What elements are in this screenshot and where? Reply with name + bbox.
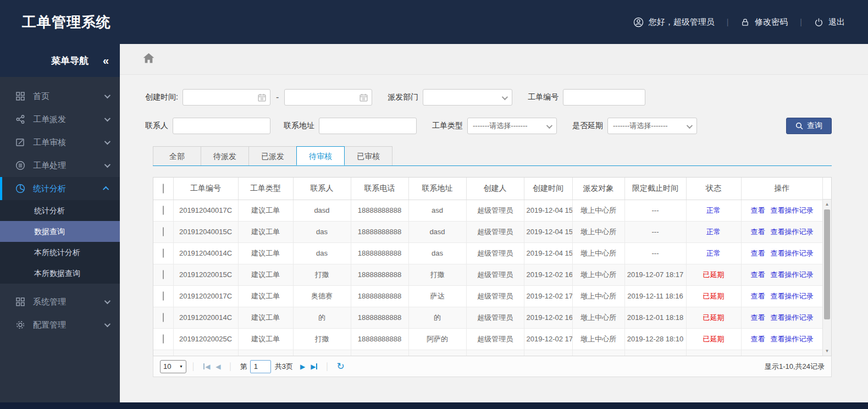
cell-order-type: 建议工单 bbox=[238, 242, 293, 264]
table-row: 201912040015C 建议工单 das 18888888888 dasd … bbox=[153, 221, 823, 242]
cell-deadline: --- bbox=[624, 242, 686, 264]
process-icon bbox=[15, 161, 25, 170]
tab-pending-dispatch[interactable]: 待派发 bbox=[201, 146, 249, 165]
sidebar-item-label: 工单处理 bbox=[33, 161, 66, 171]
created-time-start-input[interactable] bbox=[183, 89, 270, 106]
page-label: 第 bbox=[240, 362, 247, 372]
status-badge: 已延期 bbox=[686, 328, 741, 350]
cell-order-type: 建议工单 bbox=[238, 264, 293, 285]
cell-creator: 超级管理员 bbox=[466, 307, 524, 328]
sidebar-item-system[interactable]: 系统管理 bbox=[0, 290, 120, 313]
cell-order-id: 201912040017C bbox=[173, 200, 238, 221]
sidebar-item-config[interactable]: 配置管理 bbox=[0, 313, 120, 336]
order-no-label: 工单编号 bbox=[528, 92, 559, 102]
tab-reviewed[interactable]: 已审核 bbox=[344, 146, 392, 165]
row-checkbox[interactable] bbox=[163, 334, 164, 344]
table-header: 工单编号 工单类型 联系人 联系电话 联系地址 创建人 创建时间 派发对象 限定… bbox=[153, 178, 823, 200]
view-link[interactable]: 查看 bbox=[751, 270, 765, 279]
sidebar-item-dispatch[interactable]: 工单派发 bbox=[0, 108, 120, 131]
pager-divider: │ bbox=[229, 362, 233, 371]
next-page-button[interactable]: ▶ bbox=[300, 363, 305, 371]
sidebar-item-statistics[interactable]: 统计分析 bbox=[0, 177, 120, 200]
row-checkbox[interactable] bbox=[163, 313, 164, 322]
view-log-link[interactable]: 查看操作记录 bbox=[771, 335, 814, 343]
search-button[interactable]: 查询 bbox=[786, 118, 832, 134]
sidebar-item-home[interactable]: 首页 bbox=[0, 85, 120, 108]
scrollbar-thumb[interactable] bbox=[824, 209, 830, 319]
scroll-down-arrow[interactable]: ▼ bbox=[823, 349, 831, 353]
pager-divider: │ bbox=[191, 362, 196, 371]
view-link[interactable]: 查看 bbox=[751, 335, 765, 343]
row-checkbox[interactable] bbox=[163, 291, 164, 301]
sidebar-collapse-icon[interactable]: « bbox=[103, 54, 108, 67]
gear-icon bbox=[15, 320, 25, 330]
cell-contact: das bbox=[293, 221, 351, 242]
tab-dispatched[interactable]: 已派发 bbox=[248, 146, 297, 165]
view-log-link[interactable]: 查看操作记录 bbox=[771, 249, 814, 257]
filter-panel: 创建时间: - 派发部门 bbox=[120, 75, 868, 134]
view-link[interactable]: 查看 bbox=[751, 313, 765, 322]
breadcrumb bbox=[120, 44, 868, 75]
row-checkbox[interactable] bbox=[163, 270, 164, 279]
share-icon bbox=[15, 114, 25, 124]
submenu-item-data-query[interactable]: 数据查询 bbox=[0, 221, 120, 242]
lock-icon bbox=[740, 18, 750, 27]
tab-pending-review[interactable]: 待审核 bbox=[296, 146, 345, 165]
view-link[interactable]: 查看 bbox=[751, 249, 765, 257]
cell-contact: das bbox=[293, 242, 351, 264]
created-time-end-input[interactable] bbox=[284, 89, 372, 106]
view-link[interactable]: 查看 bbox=[751, 206, 765, 214]
page-number-input[interactable] bbox=[250, 360, 271, 373]
cell-phone: 18888888888 bbox=[351, 264, 408, 285]
record-summary: 显示1-10,共24记录 bbox=[765, 362, 825, 372]
view-log-link[interactable]: 查看操作记录 bbox=[771, 228, 814, 236]
contact-input[interactable] bbox=[173, 118, 270, 134]
submenu-item-office-data-query[interactable]: 本所数据查询 bbox=[0, 263, 120, 284]
tab-all[interactable]: 全部 bbox=[153, 146, 201, 165]
order-type-select[interactable]: -------请选择------- bbox=[467, 118, 557, 134]
view-log-link[interactable]: 查看操作记录 bbox=[771, 292, 814, 300]
sidebar-item-review[interactable]: 工单审核 bbox=[0, 131, 120, 154]
row-checkbox[interactable] bbox=[163, 356, 164, 356]
home-icon[interactable] bbox=[143, 53, 154, 66]
sidebar-title: 菜单导航 bbox=[51, 54, 89, 67]
cell-deadline: 2018-12-01 18:18 bbox=[624, 307, 686, 328]
row-checkbox[interactable] bbox=[163, 227, 164, 236]
view-log-link[interactable]: 查看操作记录 bbox=[771, 206, 814, 214]
table-scrollbar[interactable]: ▲ ▼ bbox=[822, 200, 831, 356]
row-checkbox[interactable] bbox=[163, 206, 164, 215]
calendar-icon bbox=[360, 93, 368, 102]
chevron-down-icon bbox=[104, 298, 110, 304]
cell-dispatch-target: 墩上中心所 bbox=[572, 285, 624, 307]
first-page-button[interactable]: ◀ bbox=[203, 363, 210, 371]
submenu-item-statistics[interactable]: 统计分析 bbox=[0, 200, 120, 221]
view-log-link[interactable]: 查看操作记录 bbox=[771, 270, 814, 279]
address-input[interactable] bbox=[319, 118, 417, 134]
refresh-icon[interactable]: ↻ bbox=[337, 361, 345, 372]
page-size-select[interactable]: 10 ▼ bbox=[160, 360, 186, 373]
change-password-button[interactable]: 修改密码 bbox=[740, 17, 788, 27]
main-content: 创建时间: - 派发部门 bbox=[120, 44, 868, 402]
sidebar-item-process[interactable]: 工单处理 bbox=[0, 154, 120, 177]
row-checkbox[interactable] bbox=[163, 248, 164, 258]
view-link[interactable]: 查看 bbox=[751, 228, 765, 236]
table-body: 201912040017C 建议工单 dasd 18888888888 asd … bbox=[153, 200, 823, 356]
cell-order-id: 201912040014C bbox=[173, 242, 238, 264]
select-all-checkbox[interactable] bbox=[163, 184, 164, 194]
view-log-link[interactable]: 查看操作记录 bbox=[771, 313, 814, 322]
edit-icon bbox=[15, 137, 25, 147]
logout-button[interactable]: 退出 bbox=[814, 17, 845, 27]
chevron-down-icon: ▼ bbox=[179, 364, 183, 368]
last-page-button[interactable]: ▶ bbox=[311, 363, 317, 371]
submenu-item-office-statistics[interactable]: 本所统计分析 bbox=[0, 242, 120, 263]
view-link[interactable]: 查看 bbox=[751, 292, 765, 300]
created-time-label: 创建时间: bbox=[145, 92, 178, 102]
dispatch-dept-select[interactable] bbox=[423, 89, 512, 106]
order-no-input[interactable] bbox=[563, 89, 645, 106]
prev-page-button[interactable]: ◀ bbox=[215, 363, 220, 371]
column-header: 工单编号 bbox=[173, 178, 238, 200]
address-label: 联系地址 bbox=[284, 121, 314, 131]
cell-creator: 超级管理员 bbox=[466, 221, 524, 242]
delay-select[interactable]: -------请选择------- bbox=[607, 118, 697, 134]
scroll-up-arrow[interactable]: ▲ bbox=[823, 202, 831, 207]
